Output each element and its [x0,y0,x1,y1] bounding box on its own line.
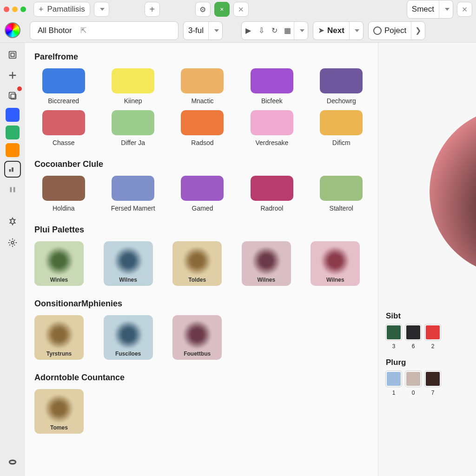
swatch-item[interactable]: Chasse [34,110,93,146]
mini-swatch-item[interactable]: 3 [386,324,402,350]
color-wheel-icon[interactable] [5,22,20,38]
swatch-item[interactable]: Kiinep [104,68,162,105]
swatch-item[interactable]: Radsod [173,110,231,146]
sidebar-layers[interactable] [4,46,21,63]
mini-swatch[interactable] [386,371,402,387]
overflow-button[interactable]: × [457,2,472,17]
swatch-label: Differ Ja [121,139,145,146]
sidebar-swatch-3[interactable] [6,143,20,157]
grid-icon[interactable]: ▦ [281,24,294,37]
play-icon[interactable]: ▶ [242,24,255,37]
mini-swatch-item[interactable]: 1 [386,371,402,396]
palette-label: Winles [50,277,68,283]
sidebar-help[interactable] [4,454,21,470]
color-swatch[interactable] [320,68,363,93]
swatch-item[interactable]: Fersed Mamert [104,176,162,212]
color-swatch[interactable] [42,176,85,201]
mini-swatch-item[interactable]: 0 [405,371,421,396]
new-tab-button[interactable]: + [145,2,160,17]
refresh-icon[interactable]: ↻ [268,24,281,37]
plurg-label: Plurg [378,358,413,367]
palette-preview [320,247,350,275]
swatch-item[interactable]: Dificm [312,110,370,146]
mini-swatch[interactable] [425,371,441,387]
mini-swatch[interactable] [405,371,421,387]
mode-dropdown[interactable]: 3-ful [183,21,223,40]
swatch-item[interactable]: Mnactic [173,68,231,105]
main-panel: Parelfrome BiccrearedKiinepMnacticBicfee… [25,43,378,476]
swatch-item[interactable]: Dechowrg [312,68,370,105]
sidebar-plugin[interactable] [4,214,21,231]
svg-rect-1 [11,53,14,56]
tab-dropdown[interactable] [94,2,109,17]
project-dropdown[interactable]: Poject ❯ [368,21,425,40]
tab-main[interactable]: + Pamatilisis [33,2,90,17]
sidebar-settings[interactable] [4,234,21,251]
palette-item[interactable]: Tomes [34,389,84,434]
swatch-item[interactable]: Verdresake [243,110,301,146]
swatch-label: Stalterol [330,205,353,212]
palette-item[interactable]: Wilnes [104,241,153,286]
sidebar-pause[interactable] [4,181,21,198]
close-icon[interactable] [4,7,9,12]
sidebar-swatch-1[interactable] [6,108,20,122]
mini-swatch[interactable] [386,324,402,340]
palette-item[interactable]: Toldes [172,241,222,286]
filter-dropdown[interactable]: All Bhotor ⇱ [30,21,178,40]
color-preview[interactable] [378,52,476,303]
mini-swatch-item[interactable]: 7 [425,371,441,396]
window-controls[interactable] [4,7,26,12]
next-button[interactable]: ➤Next [313,21,364,40]
palette-label: Wilnes [258,277,276,283]
color-swatch[interactable] [251,68,293,93]
tab-smect[interactable]: Smect [407,0,453,19]
sidebar-duplicate[interactable] [4,87,21,104]
palette-item[interactable]: Wilnes [242,241,291,286]
color-swatch[interactable] [251,110,293,135]
swatch-label: Kiinep [124,97,142,105]
sidebar [0,43,25,476]
color-swatch[interactable] [112,68,154,93]
palette-label: Fuscilоes [115,350,141,357]
swatch-item[interactable]: Holdina [34,176,93,212]
swatch-item[interactable]: Bicfeek [243,68,301,105]
settings-button[interactable]: ⚙ [195,2,211,17]
swatch-item[interactable]: Differ Ja [104,110,162,146]
sidebar-add[interactable] [4,67,21,84]
palette-item[interactable]: Wilnes [311,241,360,286]
status-indicator[interactable] [214,2,230,17]
color-swatch[interactable] [320,110,363,135]
color-swatch[interactable] [42,68,85,93]
action-more[interactable] [294,22,308,40]
color-swatch[interactable] [112,176,154,201]
svg-rect-0 [9,52,16,59]
color-swatch[interactable] [42,110,85,135]
swatch-item[interactable]: Biccreared [34,68,93,105]
palette-item[interactable]: Tyrstruns [34,315,84,360]
color-swatch[interactable] [320,176,363,201]
palette-item[interactable]: Fouettbus [172,315,222,360]
palette-item[interactable]: Winles [34,241,84,286]
mini-label: 7 [431,390,435,396]
swatch-item[interactable]: Radrool [243,176,301,212]
maximize-icon[interactable] [20,7,26,12]
mini-swatch-item[interactable]: 6 [405,324,421,350]
minimize-icon[interactable] [12,7,18,12]
swatch-label: Radsod [191,139,213,146]
mini-swatch[interactable] [405,324,421,340]
sidebar-chart[interactable] [4,161,21,178]
palette-item[interactable]: Fuscilоes [104,315,153,360]
color-swatch[interactable] [181,68,224,93]
color-swatch[interactable] [251,176,293,201]
mini-swatch-item[interactable]: 2 [425,324,441,350]
color-swatch[interactable] [181,176,224,201]
color-swatch[interactable] [112,110,154,135]
swatch-item[interactable]: Gamed [173,176,231,212]
swatch-item[interactable]: Stalterol [312,176,370,212]
mini-swatch[interactable] [425,324,441,340]
color-swatch[interactable] [181,110,224,135]
download-icon[interactable]: ⇩ [255,24,268,37]
swatch-label: Radrool [260,205,283,212]
close-tab-button[interactable]: × [233,2,249,17]
sidebar-swatch-2[interactable] [6,126,20,139]
